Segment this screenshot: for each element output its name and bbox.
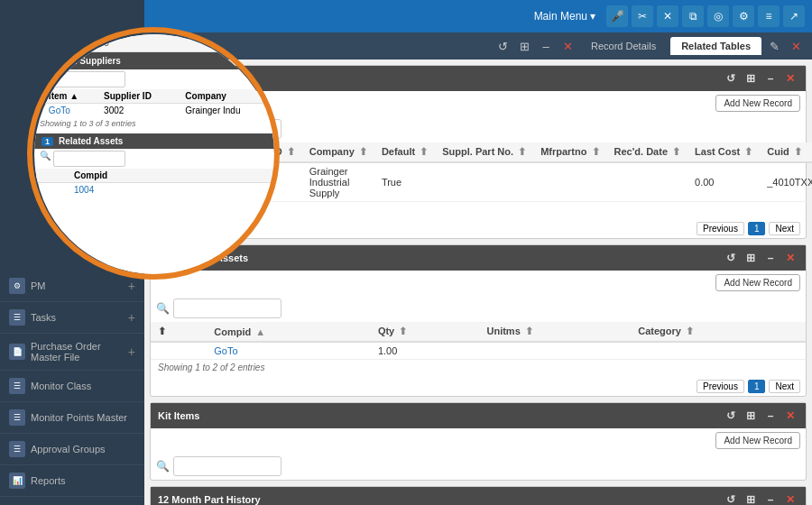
zoomed-ra-title: Related Assets xyxy=(59,136,123,146)
zoomed-row-goto[interactable]: GoTo xyxy=(45,104,100,118)
item-suppliers-icons: ↺ ⊞ – ✕ xyxy=(723,70,798,87)
ra-row-qty: 1.00 xyxy=(371,342,480,360)
ph-minus-icon[interactable]: – xyxy=(762,491,779,505)
ra-col-category[interactable]: Category ⬆ xyxy=(631,322,806,342)
pm-plus-icon[interactable]: + xyxy=(128,279,135,293)
ra-col-qty[interactable]: Qty ⬆ xyxy=(371,322,480,342)
ra-col-compid[interactable]: Compid ▲ xyxy=(207,322,371,342)
sidebar-item-reports[interactable]: 📊 Reports xyxy=(0,465,144,497)
sidebar-po-label: Purchase Order Master File xyxy=(31,341,123,363)
sidebar-reports-label: Reports xyxy=(31,475,66,486)
zoomed-col-item: Item ▲ xyxy=(45,89,100,104)
main-menu-button[interactable]: Main Menu ▾ xyxy=(534,10,595,23)
kit-items-title: Kit Items xyxy=(158,410,199,421)
tasks-plus-icon[interactable]: + xyxy=(128,310,135,325)
kit-items-add-btn[interactable]: Add New Record xyxy=(715,432,800,449)
toolbar-arrow-icon[interactable]: ↗ xyxy=(783,5,805,27)
related-assets-header: 1 Related Assets ↺ ⊞ – ✕ xyxy=(151,245,806,271)
zoomed-ra-compid-link[interactable]: 1004 xyxy=(70,183,274,197)
zoomed-ra-col-empty xyxy=(34,169,70,183)
tab-minus-icon[interactable]: – xyxy=(537,37,555,55)
related-assets-search-input[interactable] xyxy=(173,298,281,318)
related-assets-add-btn[interactable]: Add New Record xyxy=(715,274,800,291)
row-recd-date xyxy=(607,162,688,202)
sidebar-item-monitor-class[interactable]: ☰ Monitor Class xyxy=(0,371,144,402)
col-cuid[interactable]: Cuid ⬆ xyxy=(760,142,812,162)
ra-row-goto[interactable]: GoTo xyxy=(207,342,371,360)
ra-prev-btn[interactable]: Previous xyxy=(697,380,744,393)
ph-refresh-icon[interactable]: ↺ xyxy=(723,491,739,505)
tab-grid-icon[interactable]: ⊞ xyxy=(515,37,533,55)
toolbar-scissors-icon[interactable]: ✂ xyxy=(632,5,653,27)
sidebar-pm-label: PM xyxy=(31,280,46,291)
zoomed-ra-search-icon: 🔍 xyxy=(40,151,51,167)
page-num[interactable]: 1 xyxy=(748,222,766,235)
tab-edit-icon[interactable]: ✎ xyxy=(765,37,783,55)
panel-minus-icon[interactable]: – xyxy=(762,70,779,87)
item-suppliers-add-btn[interactable]: Add New Record xyxy=(715,95,800,112)
col-recd-date[interactable]: Rec'd. Date ⬆ xyxy=(607,142,688,162)
ki-grid-icon[interactable]: ⊞ xyxy=(743,408,759,424)
sidebar-item-pm[interactable]: ⚙ PM + xyxy=(0,271,144,302)
row-suppl-part xyxy=(435,162,533,202)
toolbar-circle-icon[interactable]: ◎ xyxy=(707,5,729,27)
panel-close-icon[interactable]: ✕ xyxy=(782,70,798,87)
tab-record-details[interactable]: Record Details xyxy=(580,37,667,55)
tab-close-icon[interactable]: ✕ xyxy=(558,37,577,55)
ra-row-category xyxy=(631,342,806,360)
ra-grid-icon[interactable]: ⊞ xyxy=(743,250,759,266)
ra-next-btn[interactable]: Next xyxy=(769,380,800,393)
pm-icon: ⚙ xyxy=(9,278,25,294)
part-history-icons: ↺ ⊞ – ✕ xyxy=(723,491,798,505)
monitor-points-icon: ☰ xyxy=(9,409,25,426)
tab-related-tables[interactable]: Related Tables xyxy=(670,37,761,55)
ki-refresh-icon[interactable]: ↺ xyxy=(723,408,739,424)
toolbar-list-icon[interactable]: ≡ xyxy=(758,5,780,27)
approval-icon: ☰ xyxy=(9,441,25,457)
next-btn[interactable]: Next xyxy=(769,222,800,235)
tab-x-icon[interactable]: ✕ xyxy=(787,37,805,55)
zoomed-ra-search-input[interactable] xyxy=(53,151,125,167)
ra-header-row: ⬆ Compid ▲ Qty ⬆ Unitms ⬆ Category ⬆ xyxy=(151,322,806,342)
row-company: Grainger Industrial Supply xyxy=(302,162,374,202)
ra-refresh-icon[interactable]: ↺ xyxy=(723,250,739,266)
po-plus-icon[interactable]: + xyxy=(128,344,135,359)
toolbar-copy-icon[interactable]: ⧉ xyxy=(682,5,704,27)
sidebar-item-approval[interactable]: ☰ Approval Groups xyxy=(0,434,144,465)
ra-close-icon[interactable]: ✕ xyxy=(782,250,798,266)
col-company[interactable]: Company ⬆ xyxy=(302,142,374,162)
table-row: GoTo 1.00 xyxy=(151,342,806,360)
ph-close-icon[interactable]: ✕ xyxy=(782,491,798,505)
ph-grid-icon[interactable]: ⊞ xyxy=(743,491,759,505)
toolbar-gear-icon[interactable]: ⚙ xyxy=(733,5,754,27)
col-last-cost[interactable]: Last Cost ⬆ xyxy=(687,142,760,162)
ra-minus-icon[interactable]: – xyxy=(762,250,779,266)
kit-items-panel: Kit Items ↺ ⊞ – ✕ Add New Record 🔍 xyxy=(150,402,807,481)
panel-grid-icon[interactable]: ⊞ xyxy=(743,70,759,87)
ki-close-icon[interactable]: ✕ xyxy=(782,408,798,424)
toolbar-microphone-icon[interactable]: 🎤 xyxy=(606,5,628,27)
related-assets-showing: Showing 1 to 2 of 2 entries xyxy=(151,360,806,377)
sidebar-item-monitor-points[interactable]: ☰ Monitor Points Master xyxy=(0,402,144,434)
col-suppl-part[interactable]: Suppl. Part No. ⬆ xyxy=(435,142,533,162)
tab-refresh-icon[interactable]: ↺ xyxy=(494,37,512,55)
ra-row-unitms xyxy=(479,342,631,360)
ki-minus-icon[interactable]: – xyxy=(762,408,779,424)
zoomed-ra-num: 1 xyxy=(42,137,53,146)
sidebar-item-po[interactable]: 📄 Purchase Order Master File + xyxy=(0,334,144,371)
zoomed-search-input[interactable] xyxy=(53,71,125,87)
ra-col-sort[interactable]: ⬆ xyxy=(151,322,207,342)
kit-items-header: Kit Items ↺ ⊞ – ✕ xyxy=(151,403,806,428)
sidebar-item-tasks[interactable]: ☰ Tasks + xyxy=(0,302,144,334)
ra-col-unitms[interactable]: Unitms ⬆ xyxy=(479,322,631,342)
col-default[interactable]: Default ⬆ xyxy=(374,142,435,162)
toolbar-close-icon[interactable]: ✕ xyxy=(657,5,678,27)
prev-btn[interactable]: Previous xyxy=(697,222,744,235)
kit-items-search-input[interactable] xyxy=(173,456,281,476)
row-cuid: _4010TXXXZ xyxy=(760,162,812,202)
zoomed-row: GoTo 3002 Grainger Indu xyxy=(34,104,274,118)
col-mfrpartno[interactable]: Mfrpartno ⬆ xyxy=(533,142,606,162)
ra-page-num[interactable]: 1 xyxy=(748,380,766,393)
ra-search-icon: 🔍 xyxy=(156,302,170,315)
panel-refresh-icon[interactable]: ↺ xyxy=(723,70,739,87)
